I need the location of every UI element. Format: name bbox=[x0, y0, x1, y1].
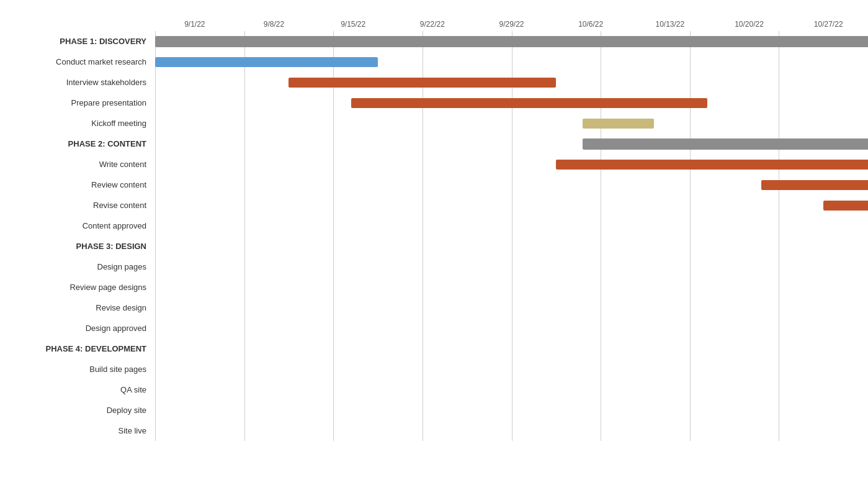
grid-line bbox=[244, 277, 245, 297]
date-header-row: 9/1/229/8/229/15/229/22/229/29/2210/6/22… bbox=[155, 20, 868, 29]
task-label: Review page designs bbox=[0, 283, 155, 292]
gantt-bar bbox=[289, 78, 556, 88]
grid-line bbox=[423, 154, 423, 175]
gantt-row: Kickoff meeting bbox=[0, 113, 868, 134]
grid-line bbox=[601, 338, 601, 359]
gantt-row: Design approved bbox=[0, 318, 868, 338]
gantt-row: Interview stakeholders bbox=[0, 72, 868, 93]
grid-line bbox=[333, 154, 334, 175]
grid-line bbox=[423, 52, 423, 72]
grid-line bbox=[244, 93, 245, 113]
gantt-row: PHASE 4: DEVELOPMENT bbox=[0, 338, 868, 359]
grid-line bbox=[333, 216, 334, 236]
grid-line bbox=[512, 256, 512, 277]
gantt-track bbox=[155, 236, 868, 256]
grid-line bbox=[779, 195, 779, 216]
task-label: Revise content bbox=[0, 201, 155, 210]
grid-line bbox=[423, 379, 423, 400]
grid-line bbox=[423, 175, 423, 195]
grid-line bbox=[512, 318, 512, 338]
grid-line bbox=[244, 175, 245, 195]
date-label: 10/13/22 bbox=[630, 20, 710, 29]
gantt-track bbox=[155, 31, 868, 52]
task-label: Content approved bbox=[0, 221, 155, 230]
gantt-row: Deploy site bbox=[0, 400, 868, 420]
gantt-row: Revise content bbox=[0, 195, 868, 216]
grid-line bbox=[690, 318, 691, 338]
grid-line bbox=[333, 318, 334, 338]
grid-line bbox=[155, 400, 156, 420]
gantt-bar bbox=[556, 160, 868, 170]
grid-line bbox=[601, 52, 601, 72]
gantt-track bbox=[155, 338, 868, 359]
grid-line bbox=[333, 195, 334, 216]
grid-line bbox=[244, 195, 245, 216]
grid-line bbox=[423, 216, 423, 236]
grid-line bbox=[690, 236, 691, 256]
gantt-track bbox=[155, 400, 868, 420]
grid-line bbox=[423, 297, 423, 318]
phase-label: PHASE 3: DESIGN bbox=[0, 242, 155, 251]
gantt-row: Write content bbox=[0, 154, 868, 175]
grid-line bbox=[601, 277, 601, 297]
task-label: QA site bbox=[0, 385, 155, 394]
gantt-row: QA site bbox=[0, 379, 868, 400]
grid-line bbox=[601, 216, 601, 236]
gantt-track bbox=[155, 359, 868, 379]
grid-line bbox=[244, 359, 245, 379]
grid-line bbox=[690, 379, 691, 400]
grid-line bbox=[690, 338, 691, 359]
grid-line bbox=[690, 113, 691, 134]
grid-line bbox=[779, 236, 779, 256]
grid-line bbox=[512, 400, 512, 420]
grid-line bbox=[155, 195, 156, 216]
gantt-track bbox=[155, 318, 868, 338]
grid-line bbox=[423, 134, 423, 154]
grid-line bbox=[155, 277, 156, 297]
gantt-row: PHASE 3: DESIGN bbox=[0, 236, 868, 256]
grid-line bbox=[244, 154, 245, 175]
grid-line bbox=[601, 318, 601, 338]
grid-line bbox=[155, 216, 156, 236]
grid-line bbox=[690, 52, 691, 72]
phase-label: PHASE 1: DISCOVERY bbox=[0, 37, 155, 46]
grid-line bbox=[779, 216, 779, 236]
grid-line bbox=[690, 359, 691, 379]
grid-line bbox=[244, 256, 245, 277]
task-label: Conduct market research bbox=[0, 57, 155, 66]
grid-line bbox=[779, 338, 779, 359]
task-label: Interview stakeholders bbox=[0, 78, 155, 87]
chart-container: 9/1/229/8/229/15/229/22/229/29/2210/6/22… bbox=[0, 0, 868, 490]
grid-line bbox=[601, 420, 601, 441]
grid-line bbox=[423, 256, 423, 277]
date-label: 9/22/22 bbox=[393, 20, 472, 29]
grid-line bbox=[333, 338, 334, 359]
grid-line bbox=[601, 236, 601, 256]
grid-line bbox=[779, 318, 779, 338]
grid-line bbox=[601, 195, 601, 216]
gantt-row: Review content bbox=[0, 175, 868, 195]
grid-line bbox=[512, 359, 512, 379]
gantt-row: Design pages bbox=[0, 256, 868, 277]
task-label: Revise design bbox=[0, 303, 155, 312]
grid-line bbox=[601, 175, 601, 195]
gantt-row: Conduct market research bbox=[0, 52, 868, 72]
gantt-row: Content approved bbox=[0, 216, 868, 236]
gantt-row: PHASE 2: CONTENT bbox=[0, 134, 868, 154]
grid-line bbox=[601, 400, 601, 420]
grid-line bbox=[779, 256, 779, 277]
grid-line bbox=[333, 359, 334, 379]
grid-line bbox=[333, 256, 334, 277]
gantt-row: Build site pages bbox=[0, 359, 868, 379]
grid-line bbox=[690, 195, 691, 216]
grid-line bbox=[244, 113, 245, 134]
gantt-bar bbox=[761, 180, 868, 190]
grid-line bbox=[333, 400, 334, 420]
grid-line bbox=[155, 338, 156, 359]
grid-line bbox=[512, 297, 512, 318]
grid-line bbox=[512, 236, 512, 256]
grid-line bbox=[155, 72, 156, 93]
grid-line bbox=[779, 420, 779, 441]
grid-line bbox=[423, 359, 423, 379]
task-label: Review content bbox=[0, 180, 155, 189]
